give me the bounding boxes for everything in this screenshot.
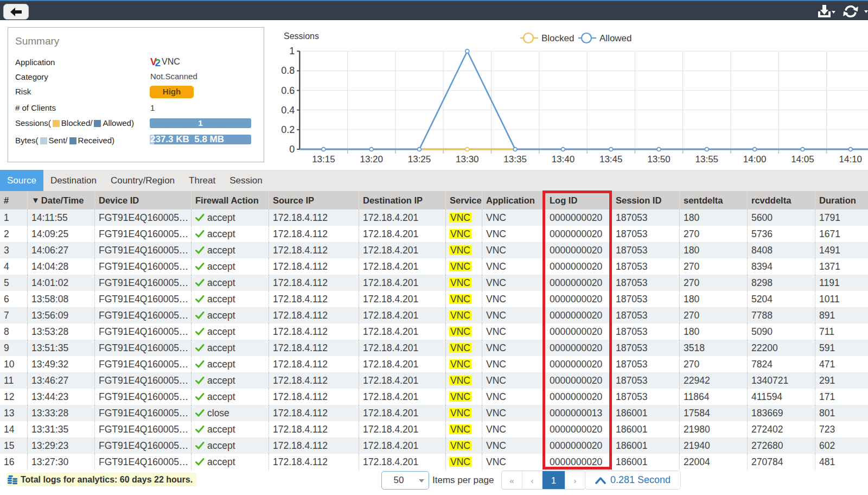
svg-text:0.6: 0.6 xyxy=(281,85,295,96)
svg-text:13:50: 13:50 xyxy=(647,154,671,164)
svg-text:14:05: 14:05 xyxy=(791,154,814,164)
svg-text:13:45: 13:45 xyxy=(599,154,623,164)
svg-text:14:10: 14:10 xyxy=(839,154,863,164)
svg-text:Allowed: Allowed xyxy=(599,33,632,43)
svg-text:0.2: 0.2 xyxy=(281,124,295,135)
svg-text:13:20: 13:20 xyxy=(360,154,383,164)
svg-text:13:25: 13:25 xyxy=(408,154,431,164)
svg-text:14:00: 14:00 xyxy=(743,154,767,164)
svg-text:13:40: 13:40 xyxy=(552,154,575,164)
svg-text:0.8: 0.8 xyxy=(281,65,295,76)
svg-text:0: 0 xyxy=(289,144,295,155)
svg-text:13:30: 13:30 xyxy=(456,154,479,164)
svg-text:0.4: 0.4 xyxy=(281,105,295,116)
svg-text:Blocked: Blocked xyxy=(541,33,574,43)
svg-text:13:15: 13:15 xyxy=(312,154,335,164)
svg-text:1: 1 xyxy=(289,46,295,56)
svg-text:13:35: 13:35 xyxy=(503,154,527,164)
svg-text:13:55: 13:55 xyxy=(695,154,719,164)
svg-text:Sessions: Sessions xyxy=(284,31,319,41)
